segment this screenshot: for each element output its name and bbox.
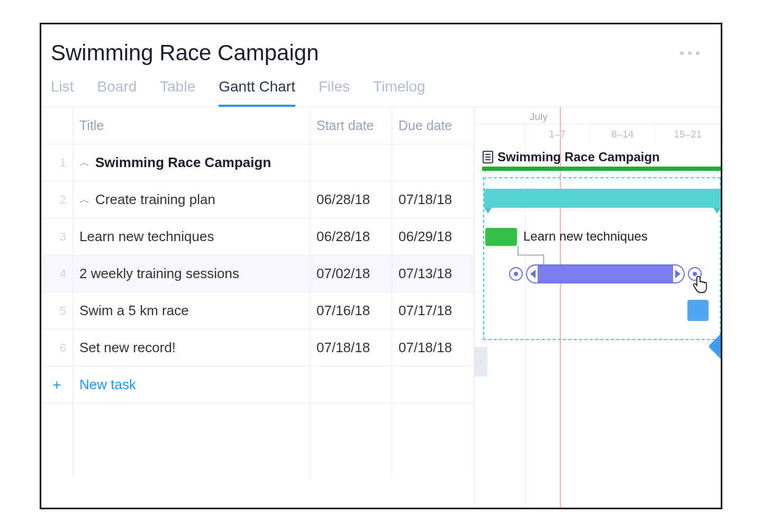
row-due[interactable]: 07/13/18 (392, 255, 474, 292)
row-number: 5 (41, 292, 73, 329)
row-title: Set new record! (79, 340, 176, 356)
row-title: Learn new techniques (79, 228, 214, 245)
task-bar-learn[interactable] (485, 228, 517, 246)
month-row: July (475, 107, 721, 124)
dot-icon (688, 51, 692, 55)
row-number: 3 (41, 218, 73, 255)
resize-left-icon[interactable] (530, 270, 536, 278)
task-bar-weekly-sessions[interactable] (526, 264, 685, 283)
summary-bar-campaign[interactable] (482, 167, 721, 171)
row-title: Swimming Race Campaign (95, 154, 271, 171)
content: Title Start date Due date 1 ︿ Swimming R… (41, 107, 721, 508)
gantt-body: Swimming Race Campaign Learn new (475, 144, 721, 366)
row-start[interactable]: 07/16/18 (310, 292, 392, 329)
dot-icon (680, 51, 684, 55)
row-number: 4 (41, 255, 73, 292)
col-title-header[interactable]: Title (73, 107, 310, 144)
row-title-cell[interactable]: 2 weekly training sessions (73, 255, 310, 292)
tab-files[interactable]: Files (319, 78, 350, 107)
campaign-label-text: Swimming Race Campaign (497, 150, 660, 164)
page-title: Swimming Race Campaign (51, 40, 319, 66)
empty-cell (392, 366, 474, 403)
row-start[interactable]: 07/18/18 (310, 329, 392, 366)
tab-table[interactable]: Table (160, 78, 195, 107)
row-title-cell[interactable]: Learn new techniques (73, 218, 310, 255)
tab-list[interactable]: List (51, 78, 74, 107)
gantt-row[interactable]: Swimming Race Campaign (475, 144, 721, 181)
chevron-up-icon[interactable]: ︿ (79, 155, 90, 170)
campaign-label: Swimming Race Campaign (483, 150, 660, 164)
task-label: Learn new techniques (523, 229, 648, 244)
row-start[interactable]: 06/28/18 (310, 181, 392, 218)
row-due[interactable] (392, 144, 474, 181)
row-title: Create training plan (95, 191, 215, 208)
col-due-header[interactable]: Due date (392, 107, 474, 144)
row-title-cell[interactable]: Set new record! (73, 329, 310, 366)
row-number: 6 (41, 329, 73, 366)
row-number: 1 (41, 144, 73, 181)
more-menu[interactable] (680, 51, 705, 55)
cursor-pointer-icon (693, 274, 711, 295)
row-title-cell[interactable]: ︿ Swimming Race Campaign (73, 144, 310, 181)
header: Swimming Race Campaign (41, 24, 721, 66)
tab-timelog[interactable]: Timelog (373, 78, 425, 107)
dot-icon (696, 51, 700, 55)
scroll-handle[interactable]: › (475, 347, 487, 377)
tab-gantt-chart[interactable]: Gantt Chart (219, 78, 295, 107)
row-due[interactable]: 07/17/18 (392, 292, 474, 329)
empty-cell (310, 366, 392, 403)
task-bar-swim-race[interactable] (687, 300, 709, 321)
col-num-header (41, 107, 73, 144)
row-title: 2 weekly training sessions (79, 265, 239, 282)
tab-board[interactable]: Board (97, 78, 137, 107)
summary-bar-group[interactable] (484, 189, 721, 208)
task-table: Title Start date Due date 1 ︿ Swimming R… (41, 107, 474, 508)
week-label (475, 124, 525, 144)
new-task-label[interactable]: New task (73, 366, 310, 403)
timeline-header: July 1–7 8–14 15–21 (475, 107, 721, 144)
chevron-up-icon[interactable]: ︿ (79, 192, 90, 207)
week-label: 15–21 (656, 124, 721, 144)
col-start-header[interactable]: Start date (310, 107, 392, 144)
row-start[interactable]: 07/02/18 (310, 255, 392, 292)
row-number: 2 (41, 181, 73, 218)
row-due[interactable]: 07/18/18 (392, 329, 474, 366)
week-label: 1–7 (525, 124, 590, 144)
row-start[interactable] (310, 144, 392, 181)
clipboard-icon (483, 151, 493, 163)
weeks-row: 1–7 8–14 15–21 (475, 124, 721, 144)
gantt-timeline[interactable]: July 1–7 8–14 15–21 Swimming Race Campai… (474, 107, 721, 508)
dependency-handle-left[interactable] (509, 267, 523, 281)
view-tabs: List Board Table Gantt Chart Files Timel… (41, 66, 721, 107)
chevron-right-icon: › (479, 357, 482, 366)
row-due[interactable]: 07/18/18 (392, 181, 474, 218)
add-icon-cell[interactable]: + (41, 366, 73, 403)
row-due[interactable]: 06/29/18 (392, 218, 474, 255)
app-window: Swimming Race Campaign List Board Table … (40, 23, 722, 509)
plus-icon: + (48, 366, 66, 403)
row-start[interactable]: 06/28/18 (310, 218, 392, 255)
month-label: July (530, 111, 548, 123)
row-title-cell[interactable]: Swim a 5 km race (73, 292, 310, 329)
selected-task-bar[interactable] (509, 262, 702, 286)
week-label: 8–14 (590, 124, 655, 144)
row-title: Swim a 5 km race (79, 302, 189, 319)
row-title-cell[interactable]: ︿ Create training plan (73, 181, 310, 218)
resize-right-icon[interactable] (675, 270, 681, 278)
